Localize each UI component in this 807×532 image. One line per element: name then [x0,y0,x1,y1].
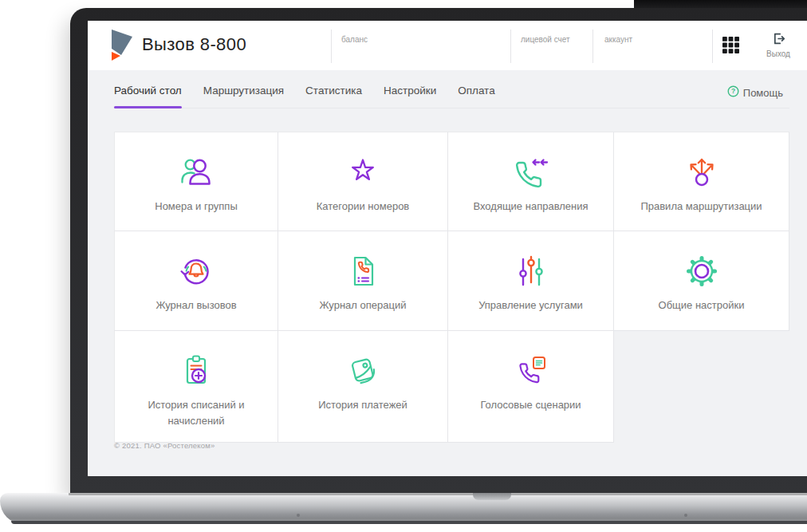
call-log-icon [177,252,215,290]
tiles-grid: Номера и группы Категории номеров Входящ… [114,132,789,443]
tile-routing-rules[interactable]: Правила маршрутизации [614,132,789,231]
app-title: Вызов 8-800 [142,34,246,55]
empty-grid-cell [614,331,789,443]
base-screw-dot [297,514,300,517]
tile-label: Номера и группы [155,199,237,215]
logout-icon [772,32,785,48]
help-icon: ? [727,85,739,100]
clipboard-plus-icon [177,352,215,390]
tab-routing[interactable]: Маршрутизация [203,85,284,108]
tile-general-settings[interactable]: Общие настройки [614,231,789,331]
help-label: Помощь [743,87,783,99]
operations-log-icon [344,252,382,290]
tile-call-log[interactable]: Журнал вызовов [114,231,278,331]
laptop-notch [473,493,511,500]
help-link[interactable]: ? Помощь [727,85,783,100]
users-icon [177,153,215,191]
tab-desktop[interactable]: Рабочий стол [114,85,182,108]
tile-charges-history[interactable]: История списаний и начислений [114,331,278,443]
nav-tabs: Рабочий столМаршрутизацияСтатистикаНастр… [114,85,789,108]
account-field-personal-account: лицевой счет [521,35,570,44]
logout-label: Выход [766,49,790,58]
account-field-account: аккаунт [604,35,632,44]
tile-label: Категории номеров [317,199,410,215]
tile-label: Голосовые сценарии [480,397,581,413]
sliders-icon [512,252,550,290]
gear-icon [683,252,721,290]
wallet-icon [344,352,382,390]
tab-statistics[interactable]: Статистика [305,85,362,108]
header-divider [510,30,511,63]
app-header: Вызов 8-800 баланслицевой счетаккаунт Вы… [88,21,807,70]
app-screen: Вызов 8-800 баланслицевой счетаккаунт Вы… [88,21,807,476]
tab-payment[interactable]: Оплата [458,85,494,108]
tile-label: Правила маршрутизации [640,199,762,215]
svg-text:?: ? [731,87,735,95]
tile-operations-log[interactable]: Журнал операций [278,231,448,331]
tile-number-categories[interactable]: Категории номеров [278,132,448,231]
tile-incoming-directions[interactable]: Входящие направления [448,132,614,231]
header-divider [712,30,713,63]
tile-voice-scenarios[interactable]: Голосовые сценарии [448,331,614,443]
tile-service-management[interactable]: Управление услугами [448,231,614,331]
account-field-balance: баланс [341,35,368,44]
tile-numbers-groups[interactable]: Номера и группы [114,132,278,231]
tile-label: Общие настройки [659,298,745,313]
routing-icon [683,153,721,191]
apps-grid-icon[interactable] [722,37,739,54]
tab-settings[interactable]: Настройки [384,85,436,108]
tile-payments-history[interactable]: История платежей [278,331,448,443]
laptop-base [0,493,807,524]
voice-script-icon [512,352,550,390]
laptop-mockup: Вызов 8-800 баланслицевой счетаккаунт Вы… [0,0,807,532]
tile-label: История платежей [318,397,407,413]
base-screw-dot [684,514,687,517]
tile-label: Журнал вызовов [155,298,236,313]
tile-label: Управление услугами [478,298,583,313]
header-divider [331,30,332,63]
nav-tabbar: Рабочий столМаршрутизацияСтатистикаНастр… [114,85,789,108]
tile-label: История списаний и начислений [124,397,269,428]
tile-label: Входящие направления [473,199,588,215]
logout-button[interactable]: Выход [758,32,798,58]
copyright: © 2021. ПАО «Ростелеком» [114,441,215,450]
brand-logo[interactable] [110,30,134,61]
tile-label: Журнал операций [320,298,407,313]
incoming-call-icon [512,153,550,191]
star-icon [344,153,382,191]
header-divider [592,30,593,63]
